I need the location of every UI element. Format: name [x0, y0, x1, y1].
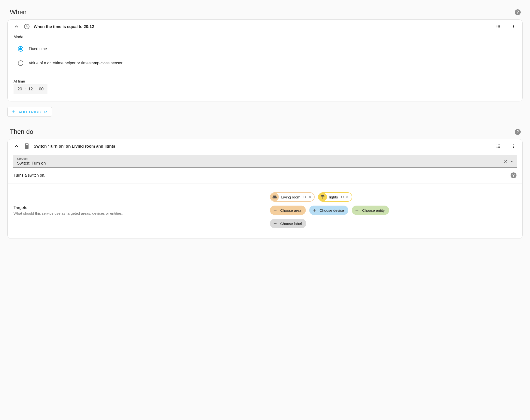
svg-point-27 [513, 146, 514, 147]
svg-point-20 [497, 146, 497, 147]
device-icon [23, 143, 30, 150]
svg-marker-34 [321, 195, 324, 196]
then-section-header: Then do ? [7, 126, 523, 139]
svg-point-22 [499, 146, 500, 147]
plus-icon [312, 208, 317, 213]
targets-title: Targets [14, 205, 260, 210]
service-description: Turns a switch on. [14, 173, 45, 178]
remove-icon[interactable] [345, 195, 349, 199]
clock-icon [23, 23, 30, 30]
target-chip-area-label: Living room [281, 195, 300, 199]
svg-point-12 [513, 28, 514, 28]
targets-row: Targets What should this service use as … [8, 183, 522, 238]
then-title: Then do [10, 128, 33, 136]
trigger-card-body: Mode Fixed time Value of a date/time hel… [8, 33, 522, 101]
svg-point-3 [499, 25, 500, 26]
plus-icon [272, 208, 278, 213]
action-title: Switch 'Turn on' on Living room and ligh… [34, 144, 491, 149]
svg-point-24 [498, 147, 499, 148]
svg-point-21 [498, 146, 499, 147]
service-select[interactable]: Service Switch: Turn on [13, 155, 517, 168]
expand-icon[interactable] [340, 196, 344, 198]
plus-icon [272, 221, 278, 226]
remove-icon[interactable] [308, 195, 312, 199]
action-card-header[interactable]: Switch 'Turn on' on Living room and ligh… [8, 139, 522, 153]
time-hh: 20 [17, 87, 22, 92]
targets-info: Targets What should this service use as … [14, 192, 260, 228]
drag-handle-icon[interactable] [495, 23, 502, 30]
mode-option-fixed-label: Fixed time [29, 47, 47, 51]
add-trigger-button[interactable]: ADD TRIGGER [7, 107, 52, 117]
choose-device-label: Choose device [320, 208, 344, 212]
svg-point-8 [498, 28, 499, 28]
svg-point-19 [499, 144, 500, 145]
when-title: When [10, 8, 27, 16]
svg-point-4 [497, 26, 497, 27]
clear-icon[interactable] [503, 159, 508, 164]
targets-chips: Living room lights [270, 192, 516, 228]
add-trigger-label: ADD TRIGGER [18, 110, 47, 114]
drag-handle-icon[interactable] [495, 143, 502, 150]
svg-point-23 [497, 147, 497, 148]
choose-area-button[interactable]: Choose area [270, 206, 306, 215]
choose-device-button[interactable]: Choose device [309, 206, 348, 215]
dropdown-icon[interactable] [510, 160, 514, 163]
time-colon: : [25, 87, 26, 92]
help-icon[interactable]: ? [515, 129, 521, 135]
trigger-card-header[interactable]: When the time is equal to 20:12 [8, 20, 522, 33]
target-chip-device[interactable]: lights [318, 192, 352, 202]
action-card: Switch 'Turn on' on Living room and ligh… [7, 139, 523, 239]
svg-point-1 [497, 25, 497, 26]
svg-point-6 [499, 26, 500, 27]
choose-entity-button[interactable]: Choose entity [352, 206, 389, 215]
sofa-icon [270, 193, 279, 201]
svg-point-25 [499, 147, 500, 148]
choose-label-label: Choose label [280, 222, 302, 226]
svg-marker-31 [511, 161, 513, 162]
choose-label-button[interactable]: Choose label [270, 219, 306, 228]
time-input[interactable]: 20 : 12 : 00 [14, 84, 47, 94]
plus-icon [354, 208, 360, 213]
svg-point-11 [513, 26, 514, 27]
service-description-row: Turns a switch on. ? [8, 168, 522, 183]
svg-point-2 [498, 25, 499, 26]
svg-point-5 [498, 26, 499, 27]
radio-icon [18, 60, 23, 66]
help-icon[interactable]: ? [511, 172, 516, 178]
choose-entity-label: Choose entity [362, 208, 385, 212]
svg-point-28 [513, 147, 514, 148]
time-ss: 00 [39, 87, 44, 92]
svg-point-7 [497, 28, 497, 28]
mode-option-helper-label: Value of a date/time helper or timestamp… [29, 61, 122, 65]
plus-icon [11, 110, 15, 114]
overflow-menu-icon[interactable] [510, 23, 517, 30]
choose-area-label: Choose area [280, 208, 301, 212]
svg-rect-16 [26, 144, 28, 145]
trigger-title: When the time is equal to 20:12 [34, 24, 491, 29]
time-mm: 12 [28, 87, 33, 92]
radio-icon [18, 46, 23, 52]
overflow-menu-icon[interactable] [510, 143, 517, 150]
service-field-label: Service [17, 157, 503, 161]
time-colon: : [35, 87, 37, 92]
expand-icon[interactable] [303, 196, 307, 198]
svg-rect-35 [323, 196, 323, 199]
service-field-value: Switch: Turn on [17, 161, 503, 166]
svg-rect-36 [322, 199, 324, 199]
mode-option-helper[interactable]: Value of a date/time helper or timestamp… [14, 58, 516, 69]
chevron-up-icon[interactable] [13, 23, 20, 30]
svg-point-9 [499, 28, 500, 28]
help-icon[interactable]: ? [515, 9, 521, 15]
target-chip-area[interactable]: Living room [270, 192, 315, 202]
target-chip-device-label: lights [329, 195, 338, 199]
when-section-header: When ? [7, 6, 523, 19]
svg-point-17 [497, 144, 497, 145]
svg-point-26 [513, 144, 514, 145]
add-trigger-row: ADD TRIGGER [7, 107, 523, 117]
mode-label: Mode [14, 35, 516, 39]
at-time-label: At time [14, 79, 516, 83]
chevron-up-icon[interactable] [13, 143, 20, 150]
targets-subtitle: What should this service use as targeted… [14, 211, 260, 215]
svg-point-18 [498, 144, 499, 145]
mode-option-fixed[interactable]: Fixed time [14, 44, 516, 55]
